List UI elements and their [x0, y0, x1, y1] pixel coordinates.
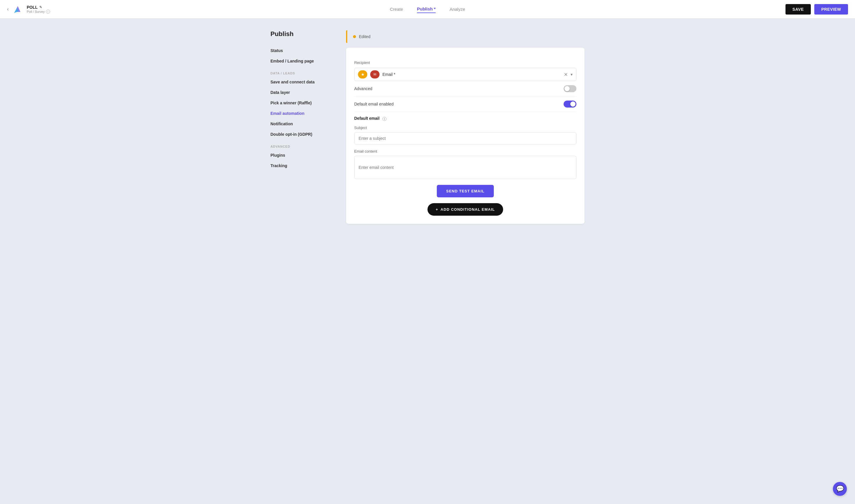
default-email-enabled-toggle[interactable]: [564, 101, 576, 108]
advanced-toggle[interactable]: [564, 85, 576, 92]
email-icon: ✉: [373, 72, 376, 76]
save-button[interactable]: SAVE: [785, 4, 811, 15]
sidebar: Publish Status Embed / Landing page Data…: [271, 30, 334, 224]
nav-analyze[interactable]: Analyze: [450, 5, 465, 13]
nav-publish[interactable]: Publish *: [417, 5, 436, 13]
main-layout: Publish Status Embed / Landing page Data…: [253, 19, 602, 235]
email-content-label: Email content: [354, 149, 576, 154]
advanced-toggle-thumb: [564, 86, 570, 91]
logo-icon: [12, 4, 23, 15]
email-automation-card: Recipient ★ ✉ Email * ✕ ▾: [346, 48, 584, 224]
add-conditional-label: ADD CONDITIONAL EMAIL: [441, 207, 495, 212]
breadcrumb: Poll / Survey i: [27, 10, 50, 14]
sidebar-item-notification[interactable]: Notification: [271, 119, 334, 128]
subject-input[interactable]: [354, 132, 576, 144]
sidebar-item-status[interactable]: Status: [271, 46, 334, 55]
main-nav: Create Publish * Analyze: [71, 5, 784, 13]
subject-field: Subject: [354, 126, 576, 144]
advanced-toggle-row: Advanced: [354, 81, 576, 96]
default-email-info-icon[interactable]: i: [382, 117, 386, 121]
recipient-label: Recipient: [354, 60, 576, 65]
default-email-enabled-track: [564, 101, 576, 108]
status-label: Edited: [359, 34, 370, 39]
default-email-enabled-thumb: [570, 102, 576, 107]
recipient-dropdown-icon[interactable]: ▾: [571, 72, 573, 77]
chat-bubble[interactable]: 💬: [833, 482, 847, 496]
sidebar-item-email-automation[interactable]: Email automation: [271, 109, 334, 118]
status-bar: Edited: [346, 30, 584, 43]
sidebar-item-double-optin[interactable]: Double opt-in (GDPR): [271, 130, 334, 139]
recipient-badge-yellow: ★: [358, 70, 367, 78]
send-test-email-button[interactable]: SEND TEST EMAIL: [437, 185, 494, 197]
default-email-header-row: Default email i: [354, 112, 576, 121]
card-scroll-area: Recipient ★ ✉ Email * ✕ ▾: [354, 56, 576, 197]
default-email-enabled-row: Default email enabled: [354, 96, 576, 112]
header-title-group: POLL ✎ Poll / Survey i: [27, 5, 50, 14]
sidebar-section-advanced: Advanced: [271, 145, 334, 148]
content-area: Edited Recipient ★ ✉ Email * ✕: [346, 30, 584, 224]
sidebar-item-pick-winner[interactable]: Pick a winner (Raffle): [271, 98, 334, 108]
sidebar-item-save-connect[interactable]: Save and connect data: [271, 77, 334, 87]
recipient-clear-icon[interactable]: ✕: [564, 72, 568, 77]
email-content-input[interactable]: [354, 156, 576, 179]
chat-icon: 💬: [836, 485, 844, 493]
sidebar-item-plugins[interactable]: Plugins: [271, 150, 334, 160]
sidebar-item-data-layer[interactable]: Data layer: [271, 88, 334, 97]
advanced-label: Advanced: [354, 86, 372, 91]
sidebar-item-embed-landing[interactable]: Embed / Landing page: [271, 56, 334, 66]
default-email-enabled-label: Default email enabled: [354, 102, 394, 106]
status-dot: [353, 35, 356, 38]
advanced-toggle-track: [564, 85, 576, 92]
recipient-badge-red: ✉: [370, 70, 380, 78]
email-content-field: Email content: [354, 149, 576, 179]
edit-icon[interactable]: ✎: [39, 5, 42, 9]
recipient-row: ★ ✉ Email * ✕ ▾: [354, 68, 576, 81]
sidebar-section-data-leads: Data / Leads: [271, 72, 334, 75]
star-icon: ★: [361, 72, 365, 77]
recipient-text: Email *: [382, 72, 561, 77]
add-conditional-wrap: + ADD CONDITIONAL EMAIL: [354, 203, 576, 216]
nav-create[interactable]: Create: [390, 5, 403, 13]
breadcrumb-info-icon[interactable]: i: [46, 10, 50, 14]
poll-title: POLL ✎: [27, 5, 50, 10]
plus-icon: +: [436, 207, 438, 212]
subject-label: Subject: [354, 126, 576, 130]
header-actions: SAVE PREVIEW: [784, 4, 848, 15]
header-left: ‹ POLL ✎ Poll / Survey i: [7, 4, 71, 15]
recipient-field: Recipient ★ ✉ Email * ✕ ▾: [354, 60, 576, 81]
add-conditional-email-button[interactable]: + ADD CONDITIONAL EMAIL: [428, 203, 503, 216]
header: ‹ POLL ✎ Poll / Survey i Create Publish …: [0, 0, 855, 19]
sidebar-item-tracking[interactable]: Tracking: [271, 161, 334, 170]
back-button[interactable]: ‹: [7, 6, 9, 12]
preview-button[interactable]: PREVIEW: [814, 4, 848, 15]
default-email-header-label: Default email i: [354, 116, 386, 121]
sidebar-heading: Publish: [271, 30, 334, 38]
